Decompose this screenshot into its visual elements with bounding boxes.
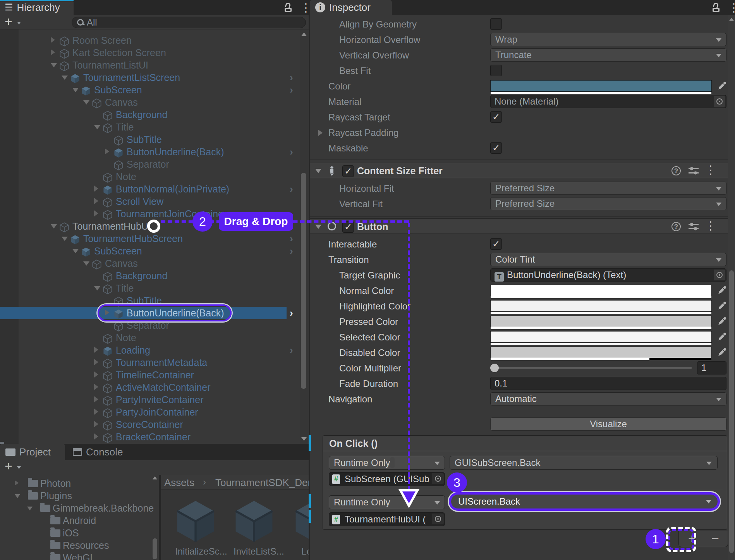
drag-source-handle[interactable]: [147, 220, 160, 233]
slider-value-field[interactable]: 1: [697, 361, 726, 374]
component-menu-icon[interactable]: ⋮: [705, 222, 716, 230]
object-picker-icon[interactable]: [432, 514, 444, 524]
inspector-scrollbar[interactable]: [728, 15, 735, 560]
project-folder-webgl[interactable]: WebGL: [0, 551, 157, 560]
prefab-open-chevron-icon[interactable]: ›: [290, 146, 293, 158]
eyedropper-icon[interactable]: [717, 301, 727, 311]
scroll-up-icon[interactable]: [729, 18, 734, 21]
collapse-icon[interactable]: [94, 210, 98, 216]
slider[interactable]: [493, 367, 692, 369]
hierarchy-item-canvas[interactable]: Canvas: [0, 96, 287, 108]
dropdown[interactable]: Color Tint: [490, 253, 726, 266]
prefab-open-chevron-icon[interactable]: ›: [290, 344, 293, 356]
collapse-icon[interactable]: [94, 347, 98, 353]
project-folder-ios[interactable]: iOS: [0, 527, 157, 539]
slider-handle[interactable]: [490, 364, 499, 372]
hierarchy-item-tournamentlistui[interactable]: TournamentListUI: [0, 59, 287, 71]
eyedropper-icon[interactable]: [717, 347, 727, 357]
object-picker-icon[interactable]: [714, 270, 725, 280]
event-target-object-field[interactable]: # SubScreen (GUISub: [329, 472, 445, 486]
project-folder-plugins[interactable]: Plugins: [0, 490, 157, 502]
hierarchy-tab[interactable]: ☰ Hierarchy: [0, 0, 74, 15]
hierarchy-item-room-screen[interactable]: Room Screen: [0, 34, 287, 46]
foldout-icon[interactable]: [318, 130, 323, 136]
prefab-open-chevron-icon[interactable]: ›: [290, 84, 293, 96]
color-swatch[interactable]: [490, 316, 712, 327]
hierarchy-item-canvas[interactable]: Canvas: [0, 257, 287, 270]
eyedropper-icon[interactable]: [717, 316, 727, 326]
prefab-open-chevron-icon[interactable]: ›: [290, 245, 293, 257]
collapse-icon[interactable]: [94, 371, 98, 378]
dropdown[interactable]: Wrap: [490, 33, 726, 46]
hierarchy-item-buttonunderline-back-[interactable]: ButtonUnderline(Back)›: [0, 146, 287, 158]
object-picker-icon[interactable]: [714, 96, 725, 107]
hierarchy-scroll-thumb[interactable]: [301, 173, 306, 389]
color-swatch[interactable]: [490, 300, 712, 312]
collapse-icon[interactable]: [15, 480, 19, 486]
project-scroll-thumb[interactable]: [153, 538, 157, 559]
collapse-icon[interactable]: [51, 37, 55, 43]
hierarchy-item-background[interactable]: Background: [0, 270, 287, 282]
text-field[interactable]: 0.1: [490, 377, 726, 390]
checkbox[interactable]: ✓: [490, 238, 502, 250]
scroll-up-icon[interactable]: [301, 33, 307, 36]
color-swatch[interactable]: [490, 347, 712, 358]
hierarchy-item-bracketcontainer[interactable]: BracketContainer: [0, 431, 287, 443]
asset-item-1[interactable]: InviteListS...: [234, 499, 275, 557]
dropdown[interactable]: Preferred Size: [490, 197, 726, 210]
expand-icon[interactable]: [83, 261, 89, 266]
collapse-icon[interactable]: [105, 148, 109, 155]
expand-icon[interactable]: [15, 494, 20, 498]
prefab-open-chevron-icon[interactable]: ›: [290, 183, 293, 195]
project-folder-android[interactable]: Android: [0, 514, 157, 527]
hierarchy-item-scroll-view[interactable]: Scroll View: [0, 195, 287, 208]
project-tab[interactable]: Project: [0, 444, 65, 460]
eyedropper-icon[interactable]: [717, 332, 727, 342]
hierarchy-item-note[interactable]: Note: [0, 170, 287, 183]
hierarchy-item-loading[interactable]: Loading›: [0, 344, 287, 356]
project-folder-gimmebreak-backbone[interactable]: Gimmebreak.Backbone: [0, 502, 157, 514]
create-plus-button[interactable]: +: [5, 14, 12, 29]
expand-icon[interactable]: [94, 286, 100, 290]
hierarchy-item-title[interactable]: Title: [0, 282, 287, 294]
collapse-icon[interactable]: [94, 198, 98, 204]
expand-icon[interactable]: [62, 76, 68, 80]
project-folder-resources[interactable]: Resources: [0, 539, 157, 551]
collapse-icon[interactable]: [94, 409, 98, 415]
collapse-icon[interactable]: [94, 384, 98, 390]
checkbox[interactable]: [490, 65, 502, 76]
prefab-open-chevron-icon[interactable]: ›: [290, 232, 293, 245]
expand-icon[interactable]: [83, 100, 89, 105]
hierarchy-item-note[interactable]: Note: [0, 332, 287, 344]
hierarchy-item-subscreen[interactable]: SubScreen›: [0, 245, 287, 257]
inspector-menu-icon[interactable]: ⋮: [728, 4, 735, 12]
foldout-icon[interactable]: [315, 225, 321, 229]
hierarchy-item-subtitle[interactable]: SubTitle: [0, 133, 287, 146]
object-picker-icon[interactable]: [432, 473, 444, 484]
hierarchy-scrollbar[interactable]: [300, 29, 308, 444]
hierarchy-search[interactable]: All: [72, 17, 306, 28]
collapse-icon[interactable]: [94, 433, 98, 440]
object-field[interactable]: None (Material): [490, 95, 726, 108]
dropdown[interactable]: Truncate: [490, 48, 726, 62]
inspector-tab[interactable]: i Inspector: [310, 0, 392, 15]
checkbox[interactable]: [490, 18, 502, 30]
object-field[interactable]: TButtonUnderline(Back) (Text): [490, 268, 726, 282]
hierarchy-item-subscreen[interactable]: SubScreen›: [0, 84, 287, 96]
component-enabled-checkbox[interactable]: ✓: [342, 221, 354, 233]
content-size-fitter-header[interactable]: ✓ Content Size Fitter ? ⋮: [310, 163, 728, 178]
remove-event-button[interactable]: −: [704, 531, 727, 546]
hierarchy-item-kart-selection-screen[interactable]: Kart Selection Screen: [0, 46, 287, 59]
eyedropper-icon[interactable]: [717, 81, 727, 91]
collapse-icon[interactable]: [94, 396, 98, 402]
event-mode-dropdown[interactable]: Runtime Only: [329, 456, 445, 470]
hierarchy-item-scorecontainer[interactable]: ScoreContainer: [0, 418, 287, 431]
collapse-icon[interactable]: [94, 421, 98, 427]
inspector-lock-icon[interactable]: [713, 3, 721, 12]
expand-icon[interactable]: [72, 249, 79, 253]
console-tab[interactable]: Console: [68, 444, 142, 460]
help-icon[interactable]: ?: [671, 166, 681, 175]
dropdown[interactable]: Automatic: [490, 392, 726, 405]
help-icon[interactable]: ?: [671, 222, 681, 231]
eyedropper-icon[interactable]: [717, 285, 727, 295]
